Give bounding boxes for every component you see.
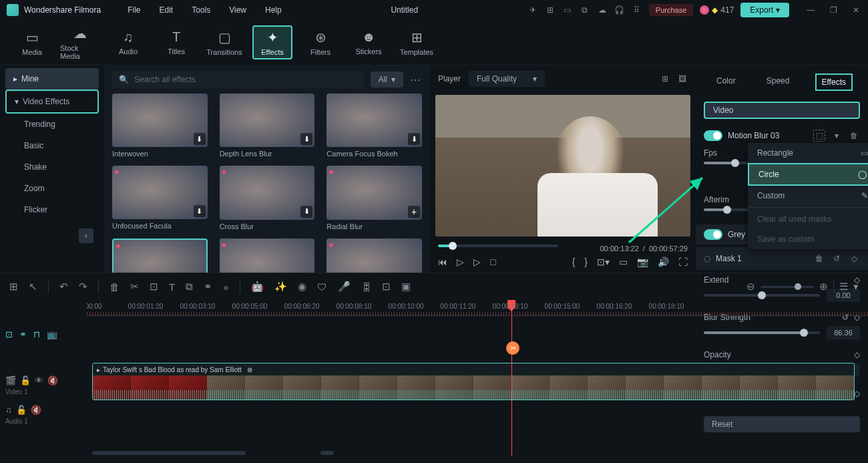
close-button[interactable]: ✕ xyxy=(851,5,861,15)
ribbon-titles[interactable]: TTitles xyxy=(156,25,196,59)
purchase-button[interactable]: Purchase xyxy=(649,4,693,16)
sidebar-prev-button[interactable]: ‹ xyxy=(79,228,93,243)
layout-icon[interactable]: ⊞ xyxy=(9,281,18,293)
cursor-icon[interactable]: ↖ xyxy=(29,281,37,293)
maximize-button[interactable]: ❐ xyxy=(828,5,839,15)
record-button[interactable]: ◉ xyxy=(298,281,306,293)
eye-icon[interactable]: 👁 xyxy=(35,375,43,385)
compare-button[interactable]: ▭ xyxy=(619,257,628,267)
add-icon[interactable]: + xyxy=(408,206,420,218)
effect2-toggle[interactable] xyxy=(704,229,722,240)
lock-icon[interactable]: 🔓 xyxy=(16,405,27,415)
timeline-content[interactable]: 00:0000:00:01:2000:00:03:1000:00:05:0000… xyxy=(87,300,868,456)
ribbon-filters[interactable]: ⊛Filters xyxy=(300,25,341,59)
download-icon[interactable]: ⬇ xyxy=(408,133,420,145)
send-icon[interactable]: ✈ xyxy=(527,5,538,15)
favorite-icon[interactable]: ♥ xyxy=(222,241,226,250)
sidebar-item-flicker[interactable]: Flicker xyxy=(5,199,99,220)
effect-card[interactable]: ♥⬇Unfocused Facula xyxy=(112,166,208,230)
enhance-button[interactable]: ✨ xyxy=(274,281,287,293)
prev-frame-button[interactable]: ⏮ xyxy=(438,257,447,267)
download-icon[interactable]: ⬇ xyxy=(300,206,312,218)
ratio-button[interactable]: ⊡▾ xyxy=(597,257,610,267)
redo-button[interactable]: ↷ xyxy=(79,281,87,293)
lock-icon[interactable]: 🔓 xyxy=(20,375,31,385)
menu-help[interactable]: Help xyxy=(265,5,282,15)
reset-icon[interactable]: ↺ xyxy=(831,253,843,265)
effect1-toggle[interactable] xyxy=(704,130,722,141)
audio-icon[interactable]: ♫ xyxy=(5,405,12,415)
monitor-icon[interactable]: ⧉ xyxy=(580,5,590,15)
effect-thumbnail[interactable]: ♥⬇ xyxy=(112,166,208,219)
device-icon[interactable]: ⊞ xyxy=(545,5,556,15)
delete-icon[interactable]: 🗑 xyxy=(848,130,860,142)
favorite-icon[interactable]: ♥ xyxy=(329,168,333,177)
effect-thumbnail[interactable]: ⬇ xyxy=(327,94,422,147)
text-button[interactable]: T xyxy=(169,281,175,293)
favorite-icon[interactable]: ♥ xyxy=(116,242,120,251)
cut-marker[interactable]: ✂ xyxy=(506,341,519,355)
menu-tools[interactable]: Tools xyxy=(192,5,210,15)
timeline-ruler[interactable]: 00:0000:00:01:2000:00:03:1000:00:05:0000… xyxy=(87,300,868,316)
effect-card[interactable]: ♥⬇Longitudinal Blur xyxy=(220,239,315,273)
minimize-button[interactable]: — xyxy=(805,5,816,15)
effect-card[interactable]: ♥+Grainy Blur xyxy=(112,239,208,273)
tab-effects[interactable]: Effects xyxy=(815,73,853,91)
copy-button[interactable]: ⧉ xyxy=(186,281,193,293)
tab-color[interactable]: Color xyxy=(711,73,741,91)
list-view-button[interactable]: ☰ xyxy=(839,281,848,293)
tab-speed[interactable]: Speed xyxy=(761,73,795,91)
delete-button[interactable]: 🗑 xyxy=(110,281,120,293)
settings-button[interactable]: ▾ xyxy=(853,281,859,293)
effect-thumbnail[interactable]: ⬇ xyxy=(112,94,208,147)
shape-rectangle[interactable]: Rectangle▭ xyxy=(748,143,868,163)
effect-thumbnail[interactable]: ♥+ xyxy=(327,166,422,219)
chevron-down-icon[interactable]: ▾ xyxy=(831,130,843,142)
mute-icon[interactable]: 🔇 xyxy=(31,405,41,415)
mask-shape-button[interactable]: ⬚ xyxy=(813,130,825,142)
image-icon[interactable]: 🖼 xyxy=(677,73,688,84)
shape-circle[interactable]: Circle◯ xyxy=(748,163,868,186)
effect-thumbnail[interactable]: ♥+ xyxy=(112,239,208,273)
marker-in-button[interactable]: { xyxy=(572,257,576,267)
menu-file[interactable]: File xyxy=(128,5,140,15)
shield-button[interactable]: 🛡 xyxy=(317,281,327,293)
ribbon-effects[interactable]: ✦Effects xyxy=(252,25,292,59)
apps-icon[interactable]: ⠿ xyxy=(632,5,642,15)
extend-slider[interactable] xyxy=(704,294,820,297)
crop-button[interactable]: ⊡ xyxy=(150,281,158,293)
effect-card[interactable]: ♥⬇Cross Blur xyxy=(220,166,315,230)
menu-edit[interactable]: Edit xyxy=(160,5,174,15)
fullscreen-button[interactable]: ⛶ xyxy=(678,257,688,267)
magnet-icon[interactable]: ⊓ xyxy=(33,329,40,339)
sidebar-item-video-effects[interactable]: ▾Video Effects xyxy=(5,90,99,114)
effect-card[interactable]: ⬇Depth Lens Blur xyxy=(220,94,315,158)
marker-icon[interactable]: ⊡ xyxy=(5,329,13,339)
export-button[interactable]: Export ▾ xyxy=(740,3,789,17)
ribbon-templates[interactable]: ⊞Templates xyxy=(397,25,437,59)
quality-dropdown[interactable]: Full Quality ▾ xyxy=(469,71,545,87)
credits-display[interactable]: ◆ 417 xyxy=(700,5,734,15)
video-pill[interactable]: Video xyxy=(704,102,860,119)
mute-icon[interactable]: 🔇 xyxy=(47,375,58,385)
marker-out-button[interactable]: } xyxy=(584,257,588,267)
mic-button[interactable]: 🎤 xyxy=(338,281,351,293)
filter-dropdown[interactable]: All ▾ xyxy=(371,71,403,88)
video-icon[interactable]: 🎬 xyxy=(5,375,16,385)
preview-video[interactable] xyxy=(435,95,690,237)
volume-button[interactable]: 🔊 xyxy=(658,257,669,267)
effect-thumbnail[interactable]: ♥⬇ xyxy=(220,239,315,273)
keyframe-icon[interactable]: ◇ xyxy=(848,253,860,265)
zoom-slider[interactable] xyxy=(761,286,814,288)
effect-card[interactable]: ⬇Camera Focus Bokeh xyxy=(327,94,422,158)
grid-view-icon[interactable]: ⊞ xyxy=(660,73,670,84)
ribbon-media[interactable]: ▭Media xyxy=(12,25,52,59)
download-icon[interactable]: ⬇ xyxy=(194,133,206,145)
ribbon-transitions[interactable]: ▢Transitions xyxy=(204,25,244,59)
zoom-out-button[interactable]: ⊖ xyxy=(746,281,755,293)
download-icon[interactable]: ⬇ xyxy=(300,133,312,145)
ribbon-stock-media[interactable]: ☁Stock Media xyxy=(60,25,100,59)
ribbon-audio[interactable]: ♫Audio xyxy=(108,25,148,59)
sidebar-item-mine[interactable]: ▸Mine xyxy=(5,68,99,90)
effect-thumbnail[interactable]: ♥⬇ xyxy=(327,239,422,273)
